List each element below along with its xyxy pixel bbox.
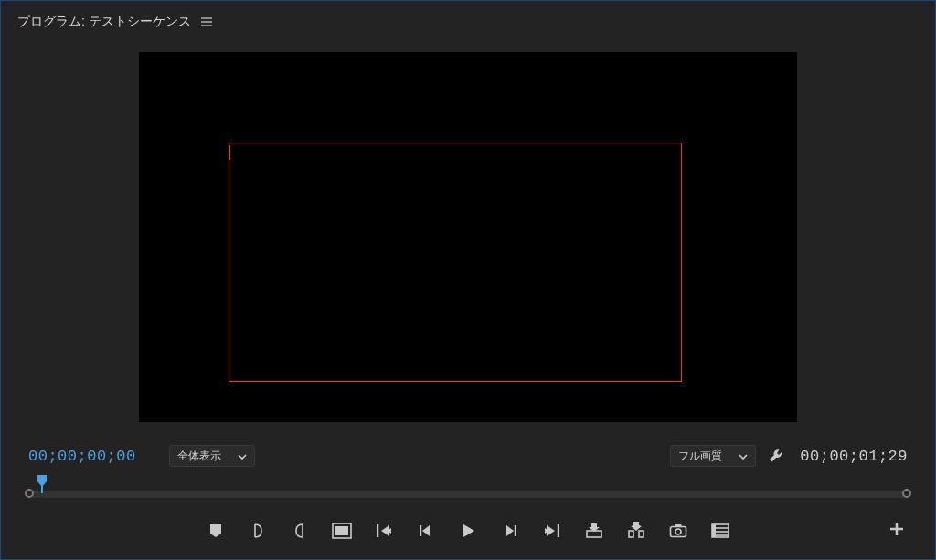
safe-margins-icon[interactable]	[328, 517, 356, 544]
ruler-start-handle[interactable]	[25, 489, 34, 498]
timecode-current[interactable]: 00;00;00;00	[28, 448, 136, 465]
extract-icon[interactable]	[622, 517, 650, 544]
panel-label: プログラム:	[17, 14, 85, 30]
play-icon[interactable]	[454, 517, 482, 544]
program-monitor-panel: プログラム: テストシーケンス 00;00;00;00 全	[0, 0, 936, 560]
svg-point-15	[675, 529, 681, 534]
svg-rect-7	[420, 525, 421, 536]
settings-wrench-icon[interactable]	[767, 447, 785, 465]
svg-rect-3	[41, 486, 43, 493]
svg-rect-5	[335, 526, 348, 535]
quality-dropdown[interactable]: フル画質	[670, 445, 756, 467]
timecode-duration[interactable]: 00;00;01;29	[800, 448, 908, 465]
svg-rect-13	[671, 527, 686, 537]
step-back-icon[interactable]	[412, 517, 440, 544]
ruler-track[interactable]	[28, 491, 908, 498]
svg-rect-14	[675, 524, 682, 527]
comparison-view-icon[interactable]	[707, 517, 734, 544]
shape-anchor-handle[interactable]	[229, 145, 230, 160]
svg-rect-6	[377, 524, 378, 537]
sequence-name: テストシーケンス	[89, 14, 191, 30]
panel-header: プログラム: テストシーケンス	[6, 6, 930, 37]
add-button-icon[interactable]	[886, 518, 908, 540]
video-canvas[interactable]	[139, 52, 797, 422]
panel-menu-icon[interactable]	[200, 16, 213, 27]
export-frame-icon[interactable]	[665, 517, 692, 544]
svg-rect-8	[515, 525, 516, 536]
chevron-down-icon	[739, 449, 748, 462]
video-canvas-area	[6, 52, 930, 431]
step-forward-icon[interactable]	[496, 517, 524, 544]
chevron-down-icon	[238, 449, 247, 462]
out-point-icon[interactable]	[286, 517, 314, 544]
controls-row: 00;00;00;00 全体表示 フル画質 00;00;01;29	[6, 440, 930, 471]
marker-icon[interactable]	[202, 517, 229, 544]
go-to-in-icon[interactable]	[370, 517, 398, 544]
svg-rect-10	[587, 531, 601, 537]
svg-rect-11	[629, 531, 633, 537]
zoom-fit-dropdown[interactable]: 全体表示	[169, 445, 255, 467]
playhead-icon[interactable]	[36, 475, 48, 486]
in-point-icon[interactable]	[244, 517, 271, 544]
ruler-end-handle[interactable]	[902, 489, 911, 498]
time-ruler[interactable]	[28, 478, 908, 500]
svg-rect-9	[558, 524, 559, 537]
svg-rect-12	[639, 531, 644, 537]
zoom-fit-label: 全体表示	[177, 449, 221, 464]
transport-controls	[6, 512, 930, 549]
shape-rectangle[interactable]	[229, 143, 682, 382]
panel-inner: プログラム: テストシーケンス 00;00;00;00 全	[6, 6, 930, 554]
go-to-out-icon[interactable]	[538, 517, 566, 544]
lift-icon[interactable]	[580, 517, 608, 544]
quality-label: フル画質	[678, 449, 722, 464]
